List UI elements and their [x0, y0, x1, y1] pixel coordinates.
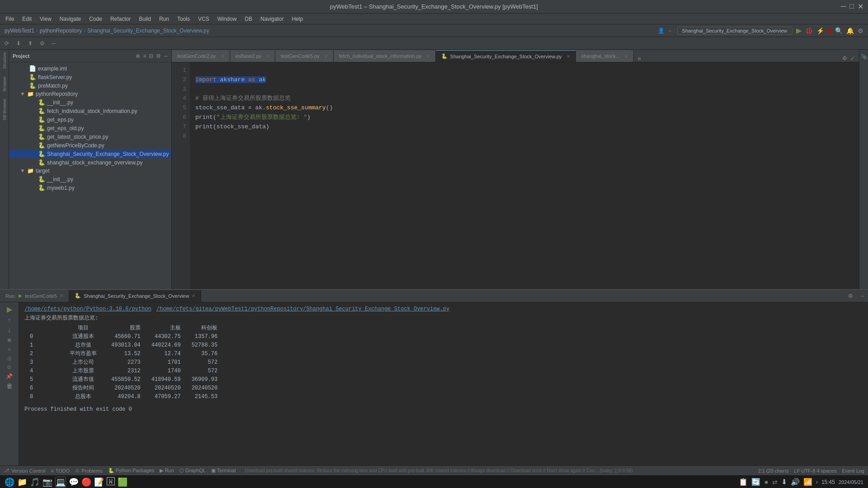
settings-button[interactable]: ⚙: [858, 27, 863, 34]
menu-tools[interactable]: Tools: [174, 15, 193, 23]
taskbar-icon-6[interactable]: 💬: [69, 477, 79, 487]
close-panel-btn[interactable]: ─: [49, 38, 59, 48]
menu-build[interactable]: Build: [135, 15, 155, 23]
menu-navigator[interactable]: Navigator: [257, 15, 287, 23]
tab-close-icon[interactable]: ✕: [324, 54, 328, 59]
run-btn[interactable]: ▶ Run: [160, 468, 174, 474]
taskbar-icon-10[interactable]: 🟩: [118, 477, 127, 487]
taskbar-icon-8[interactable]: 📝: [94, 477, 104, 487]
expand-all-btn[interactable]: ⬆: [25, 38, 35, 48]
db-browser-tab[interactable]: DB Browser: [1, 96, 8, 123]
stop-button[interactable]: ■: [828, 27, 831, 34]
graphql-btn[interactable]: ⬡ GraphQL: [179, 468, 206, 474]
code-content[interactable]: import akshare as ak # 获得上海证券交易所股票数据总览 s…: [190, 62, 859, 289]
maximize-button[interactable]: □: [849, 2, 854, 11]
settings-tree-btn[interactable]: ⚙: [37, 38, 47, 48]
version-control-btn[interactable]: ⎇ Version Control: [4, 468, 45, 474]
taskbar-icon-download[interactable]: ⬇: [781, 478, 787, 486]
minimize-button[interactable]: ─: [841, 2, 846, 11]
tree-item-pythonRepository[interactable]: ▼📁pythonRepository: [9, 90, 171, 98]
run-scroll-up-btn[interactable]: ↑: [8, 316, 11, 324]
taskbar-icon-9[interactable]: 🅆: [107, 477, 115, 487]
taskbar-icon-arrow[interactable]: ⇄: [772, 479, 778, 486]
synchronize-btn[interactable]: ⟳: [2, 38, 12, 48]
tab-fetch-stock[interactable]: fetch_individual_stock_information.py ✕: [334, 50, 436, 62]
tree-item-example-iml[interactable]: 📄example.iml: [9, 64, 171, 73]
tab-close-icon[interactable]: ✕: [624, 54, 628, 59]
run-tab-close[interactable]: ✕: [60, 293, 63, 298]
menu-view[interactable]: View: [36, 15, 55, 23]
tab-shanghai-stock[interactable]: shanghai_stock... ✕: [576, 50, 634, 62]
run-stop-btn[interactable]: ■: [7, 336, 11, 343]
problems-btn[interactable]: ⚠ Problems: [75, 468, 102, 474]
menu-window[interactable]: Window: [214, 15, 241, 23]
tab-testGenCode2[interactable]: testGenCode2.py ✕: [172, 50, 230, 62]
taskbar-icon-7[interactable]: 🔴: [81, 477, 91, 487]
run-filter-btn[interactable]: 🖨: [7, 355, 12, 361]
tree-item---init---py[interactable]: 🐍__init__.py: [9, 175, 171, 183]
run-list-btn[interactable]: ≡: [8, 346, 11, 352]
breadcrumb-folder[interactable]: pythonRepository: [40, 28, 82, 34]
right-sidebar-btn[interactable]: 📎: [860, 53, 868, 60]
menu-refactor[interactable]: Refactor: [107, 15, 134, 23]
cursor-position[interactable]: 2:1 (20 chars): [758, 468, 788, 474]
script-path[interactable]: /home/cfets/gitea/pyWebTest1/pythonRepos…: [156, 306, 449, 312]
run-play-btn[interactable]: ▶: [7, 305, 12, 314]
taskbar-icon-chevron[interactable]: ›: [816, 479, 818, 485]
menu-vcs[interactable]: VCS: [194, 15, 213, 23]
run-config-dropdown[interactable]: Shanghai_Security_Exchange_Stock_Overvie…: [677, 27, 793, 35]
run-panel-minimize-btn[interactable]: ─: [857, 293, 868, 299]
tab-close-icon[interactable]: ✕: [221, 54, 224, 59]
taskbar-icon-3[interactable]: 🎵: [30, 477, 40, 487]
tree-item-preMatch-py[interactable]: 🐍preMatch.py: [9, 81, 171, 90]
tree-item-target[interactable]: ▼📁target: [9, 167, 171, 175]
tab-testGenCode5[interactable]: testGenCode5.py ✕: [275, 50, 334, 62]
window-controls[interactable]: ─ □ ✕: [841, 2, 863, 11]
tree-item-get-eps-old-py[interactable]: 🐍get_eps_old.py: [9, 124, 171, 132]
tab-shanghai-security[interactable]: 🐍 Shanghai_Security_Exchange_Stock_Overv…: [436, 50, 576, 62]
taskbar-icon-speaker[interactable]: 🔊: [791, 478, 800, 486]
panel-icon-5[interactable]: ─: [164, 53, 168, 59]
run-panel-gear-icon[interactable]: ⚙: [848, 293, 857, 299]
taskbar-icon-green[interactable]: ●: [764, 478, 769, 486]
encoding-info[interactable]: LF UTF-8 4 spaces: [794, 468, 836, 474]
menu-help[interactable]: Help: [288, 15, 307, 23]
menu-run[interactable]: Run: [156, 15, 173, 23]
tree-item-fetch-individual-stock-information-py[interactable]: 🐍fetch_individual_stock_information.py: [9, 107, 171, 115]
python-path[interactable]: /home/cfets/python/Python-3.10.6/python: [24, 306, 151, 312]
todo-btn[interactable]: ≡ TODO: [51, 468, 70, 474]
panel-icon-4[interactable]: ⚙: [156, 53, 161, 59]
run-button[interactable]: ▶: [796, 26, 802, 35]
breadcrumb-file[interactable]: Shanghai_Security_Exchange_Stock_Overvie…: [87, 28, 209, 34]
taskbar-icon-files[interactable]: 📋: [739, 478, 748, 486]
run-pin-btn[interactable]: 📌: [6, 373, 13, 380]
run-trash-btn[interactable]: 🗑: [6, 382, 13, 389]
panel-icon-1[interactable]: ⊕: [136, 53, 140, 59]
tree-item-get-eps-py[interactable]: 🐍get_eps.py: [9, 115, 171, 124]
notifications-button[interactable]: 🔔: [846, 27, 854, 34]
taskbar-icon-4[interactable]: 📷: [42, 477, 52, 487]
status-message[interactable]: Download pre-built shared indexes: Reduc…: [245, 468, 633, 473]
tree-item-get-latest-stock-price-py[interactable]: 🐍get_latest_stock_price.py: [9, 132, 171, 141]
run-settings-btn[interactable]: ⚙: [7, 364, 12, 371]
tab-overflow-btn[interactable]: »: [634, 55, 645, 62]
taskbar-icon-2[interactable]: 📁: [17, 477, 27, 487]
tree-item-Shanghai-Security-Exchange-Stock-Overview-py[interactable]: 🐍Shanghai_Security_Exchange_Stock_Overvi…: [9, 150, 171, 158]
tree-item---init---py[interactable]: 🐍__init__.py: [9, 98, 171, 107]
tab-close-icon[interactable]: ✕: [426, 54, 430, 59]
run-scroll-down-btn[interactable]: ↓: [8, 326, 11, 333]
debug-button[interactable]: 🐞: [805, 27, 813, 34]
taskbar-icon-5[interactable]: 💻: [55, 477, 66, 488]
event-log-btn[interactable]: Event Log: [842, 468, 864, 474]
python-packages-btn[interactable]: 🐍 Python Packages: [108, 468, 155, 474]
tree-item-shanghai-stock-exchange-overview-py[interactable]: 🐍shanghai_stock_exchange_overview.py: [9, 158, 171, 167]
menu-code[interactable]: Code: [85, 15, 106, 23]
panel-icon-2[interactable]: ≡: [143, 53, 146, 59]
panel-icon-3[interactable]: ⊟: [149, 53, 153, 59]
tree-item-flaskServer-py[interactable]: 🐍flaskServer.py: [9, 73, 171, 81]
close-button[interactable]: ✕: [858, 2, 863, 11]
collapse-all-btn[interactable]: ⬇: [14, 38, 24, 48]
menu-edit[interactable]: Edit: [19, 15, 35, 23]
taskbar-icon-1[interactable]: 🌐: [5, 477, 14, 487]
run-tab-testgencode5[interactable]: Run: ▶ testGenCode5 ✕: [0, 290, 69, 302]
